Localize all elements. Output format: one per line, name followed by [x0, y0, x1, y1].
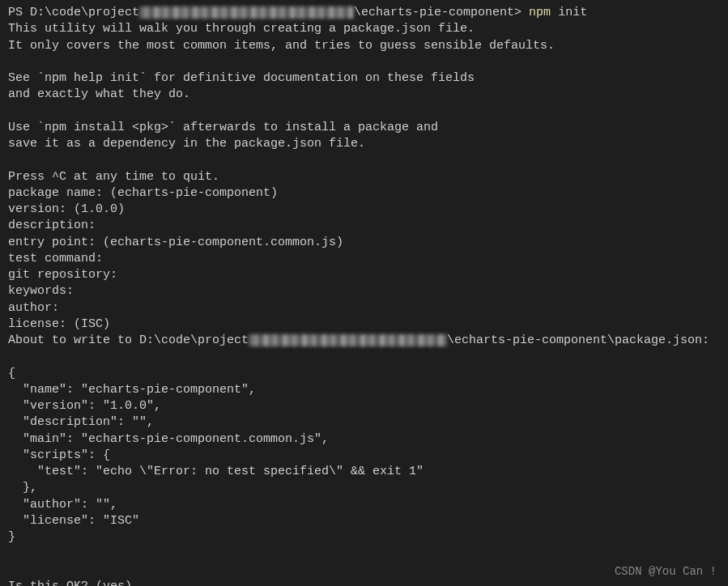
prompt-line: PS D:\code\project\echarts-pie-component… [8, 5, 720, 21]
command-npm: npm [529, 6, 551, 19]
blank-line [8, 349, 720, 365]
question-test-command: test command: [8, 251, 720, 267]
intro-line-6: save it as a dependency in the package.j… [8, 136, 720, 152]
question-package-name: package name: (echarts-pie-component) [8, 185, 720, 202]
blank-line [8, 54, 720, 70]
intro-line-5: Use `npm install <pkg>` afterwards to in… [8, 120, 720, 136]
about-write-suffix: \echarts-pie-component\package.json: [447, 333, 709, 347]
json-close: } [8, 529, 720, 546]
watermark: CSDN @You Can ! [615, 564, 717, 580]
json-version: "version": "1.0.0", [8, 398, 720, 414]
ps-prefix: PS [8, 6, 30, 19]
question-license: license: (ISC) [8, 316, 720, 333]
redacted-path [139, 6, 354, 19]
question-author: author: [8, 300, 720, 316]
intro-line-4: and exactly what they do. [8, 87, 720, 103]
json-author: "author": "", [8, 497, 720, 513]
json-test: "test": "echo \"Error: no test specified… [8, 464, 720, 480]
about-write-prefix: About to write to D:\code\project [8, 333, 249, 347]
json-open: { [8, 366, 720, 382]
command-arg: init [558, 6, 587, 19]
blank-line [8, 546, 720, 562]
json-scripts-open: "scripts": { [8, 448, 720, 464]
json-license: "license": "ISC" [8, 513, 720, 529]
about-write-line: About to write to D:\code\project\echart… [8, 333, 720, 349]
blank-line [8, 104, 720, 120]
intro-line-7: Press ^C at any time to quit. [8, 169, 720, 185]
blank-line [8, 563, 720, 579]
confirm-prompt[interactable]: Is this OK? (yes) [8, 579, 720, 586]
intro-line-1: This utility will walk you through creat… [8, 21, 720, 37]
path-end: \echarts-pie-component> [354, 6, 522, 19]
question-description: description: [8, 218, 720, 234]
json-scripts-close: }, [8, 480, 720, 496]
json-name: "name": "echarts-pie-component", [8, 382, 720, 398]
question-keywords: keywords: [8, 283, 720, 299]
terminal-output[interactable]: PS D:\code\project\echarts-pie-component… [8, 5, 720, 586]
intro-line-2: It only covers the most common items, an… [8, 38, 720, 54]
question-git-repository: git repository: [8, 267, 720, 283]
json-main: "main": "echarts-pie-component.common.js… [8, 431, 720, 448]
question-version: version: (1.0.0) [8, 202, 720, 218]
json-description: "description": "", [8, 414, 720, 431]
question-entry-point: entry point: (echarts-pie-component.comm… [8, 235, 720, 251]
redacted-path-2 [249, 334, 447, 346]
path-start: D:\code\project [30, 6, 139, 19]
intro-line-3: See `npm help init` for definitive docum… [8, 70, 720, 87]
blank-line [8, 152, 720, 168]
